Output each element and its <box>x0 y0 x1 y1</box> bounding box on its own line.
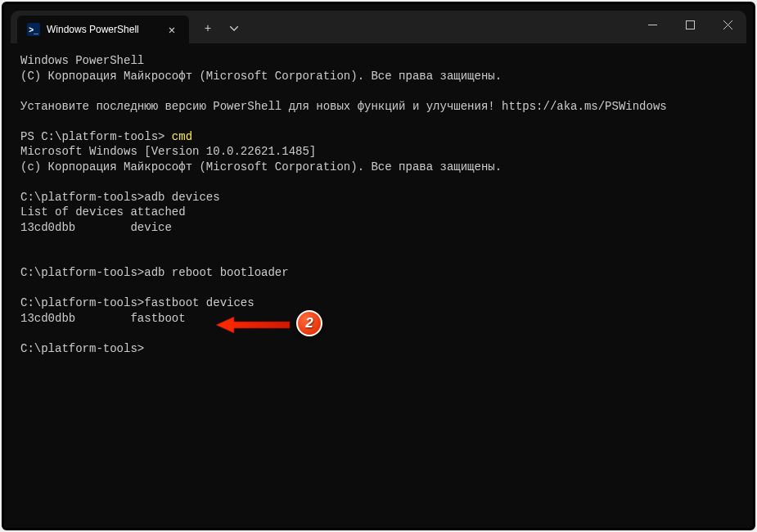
tab-title: Windows PowerShell <box>47 24 158 35</box>
titlebar: >_ Windows PowerShell ✕ + <box>11 11 746 43</box>
close-window-button[interactable] <box>709 11 746 38</box>
maximize-button[interactable] <box>671 11 709 38</box>
terminal-window: >_ Windows PowerShell ✕ + <box>11 11 746 521</box>
minimize-button[interactable] <box>633 11 671 38</box>
terminal-output[interactable]: Windows PowerShell (C) Корпорация Майкро… <box>11 43 746 521</box>
new-tab-button[interactable]: + <box>196 19 220 38</box>
close-tab-icon[interactable]: ✕ <box>164 22 179 37</box>
svg-rect-1 <box>686 20 694 29</box>
window-controls <box>633 11 746 38</box>
tab-powershell[interactable]: >_ Windows PowerShell ✕ <box>17 16 189 43</box>
powershell-icon: >_ <box>27 23 40 36</box>
tab-dropdown-icon[interactable] <box>222 19 246 38</box>
